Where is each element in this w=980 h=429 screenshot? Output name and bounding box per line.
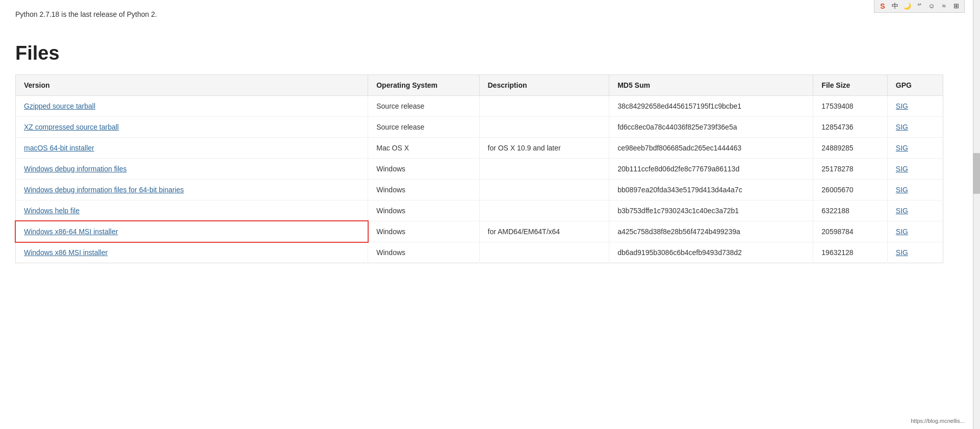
version-link[interactable]: Windows x86 MSI installer: [24, 248, 108, 257]
version-link[interactable]: Windows help file: [24, 207, 80, 215]
sig-link[interactable]: SIG: [896, 248, 908, 257]
scrollbar-thumb[interactable]: [973, 153, 980, 194]
cell-md5: db6ad9195b3086c6b4cefb9493d738d2: [609, 242, 813, 263]
files-heading: Files: [15, 42, 943, 64]
cell-description: [479, 159, 609, 180]
cell-os: Source release: [368, 96, 479, 117]
cell-version: Windows debug information files for 64-b…: [16, 180, 368, 200]
cell-gpg: SIG: [887, 96, 943, 117]
col-header-os: Operating System: [368, 75, 479, 96]
table-row: XZ compressed source tarballSource relea…: [16, 117, 943, 138]
cell-gpg: SIG: [887, 138, 943, 159]
table-row: macOS 64-bit installerMac OS Xfor OS X 1…: [16, 138, 943, 159]
files-table: Version Operating System Description MD5…: [15, 74, 943, 263]
cell-version: Windows debug information files: [16, 159, 368, 180]
cell-os: Windows: [368, 221, 479, 242]
cell-description: [479, 96, 609, 117]
wave-icon[interactable]: ≈: [939, 1, 949, 11]
cell-version: Windows help file: [16, 200, 368, 221]
version-link[interactable]: Windows x86-64 MSI installer: [24, 228, 118, 236]
cell-filesize: 19632128: [813, 242, 888, 263]
cell-os: Windows: [368, 242, 479, 263]
version-link[interactable]: Windows debug information files: [24, 165, 127, 173]
cell-description: for AMD64/EM64T/x64: [479, 221, 609, 242]
cell-md5: fd6cc8ec0a78c44036f825e739f36e5a: [609, 117, 813, 138]
col-header-version: Version: [16, 75, 368, 96]
table-row: Windows x86 MSI installerWindowsdb6ad919…: [16, 242, 943, 263]
cell-version: Windows x86-64 MSI installer: [16, 221, 368, 242]
cell-filesize: 6322188: [813, 200, 888, 221]
moon-icon[interactable]: 🌙: [902, 1, 912, 11]
col-header-filesize: File Size: [813, 75, 888, 96]
cell-filesize: 24889285: [813, 138, 888, 159]
cell-description: [479, 180, 609, 200]
version-link[interactable]: Windows debug information files for 64-b…: [24, 186, 184, 194]
cell-filesize: 12854736: [813, 117, 888, 138]
table-row: Windows help fileWindowsb3b753dffe1c7930…: [16, 200, 943, 221]
subtitle: Python 2.7.18 is the last release of Pyt…: [15, 10, 943, 18]
cell-md5: b3b753dffe1c7930243c1c40ec3a72b1: [609, 200, 813, 221]
cell-gpg: SIG: [887, 221, 943, 242]
table-row: Gzipped source tarballSource release38c8…: [16, 96, 943, 117]
cell-description: [479, 117, 609, 138]
cell-os: Mac OS X: [368, 138, 479, 159]
cell-os: Source release: [368, 117, 479, 138]
sig-link[interactable]: SIG: [896, 123, 908, 131]
cell-os: Windows: [368, 180, 479, 200]
sig-link[interactable]: SIG: [896, 165, 908, 173]
emoji-icon[interactable]: ☺: [926, 1, 937, 11]
table-header-row: Version Operating System Description MD5…: [16, 75, 943, 96]
cell-os: Windows: [368, 159, 479, 180]
version-link[interactable]: macOS 64-bit installer: [24, 144, 94, 152]
col-header-gpg: GPG: [887, 75, 943, 96]
sogou-icon[interactable]: S: [878, 1, 888, 11]
cell-gpg: SIG: [887, 242, 943, 263]
table-row: Windows x86-64 MSI installerWindowsfor A…: [16, 221, 943, 242]
cell-md5: bb0897ea20fda343e5179d413d4a4a7c: [609, 180, 813, 200]
grid-icon[interactable]: ⊞: [951, 1, 961, 11]
sig-link[interactable]: SIG: [896, 228, 908, 236]
cell-gpg: SIG: [887, 159, 943, 180]
cell-description: for OS X 10.9 and later: [479, 138, 609, 159]
col-header-md5: MD5 Sum: [609, 75, 813, 96]
cell-filesize: 25178278: [813, 159, 888, 180]
cell-version: macOS 64-bit installer: [16, 138, 368, 159]
version-link[interactable]: XZ compressed source tarball: [24, 123, 119, 131]
cell-gpg: SIG: [887, 117, 943, 138]
cell-gpg: SIG: [887, 200, 943, 221]
cell-gpg: SIG: [887, 180, 943, 200]
table-row: Windows debug information files for 64-b…: [16, 180, 943, 200]
scrollbar[interactable]: [973, 0, 980, 429]
sig-link[interactable]: SIG: [896, 207, 908, 215]
cell-os: Windows: [368, 200, 479, 221]
cell-version: Gzipped source tarball: [16, 96, 368, 117]
sig-link[interactable]: SIG: [896, 144, 908, 152]
cell-version: XZ compressed source tarball: [16, 117, 368, 138]
punctuation-icon[interactable]: °': [914, 1, 924, 11]
cell-md5: ce98eeb7bdf806685adc265ec1444463: [609, 138, 813, 159]
sig-link[interactable]: SIG: [896, 102, 908, 110]
table-row: Windows debug information filesWindows20…: [16, 159, 943, 180]
chinese-icon[interactable]: 中: [890, 1, 900, 11]
sig-link[interactable]: SIG: [896, 186, 908, 194]
cell-md5: a425c758d38f8e28b56f4724b499239a: [609, 221, 813, 242]
cell-filesize: 26005670: [813, 180, 888, 200]
cell-description: [479, 242, 609, 263]
version-link[interactable]: Gzipped source tarball: [24, 102, 95, 110]
toolbar: S 中 🌙 °' ☺ ≈ ⊞: [874, 0, 965, 13]
cell-version: Windows x86 MSI installer: [16, 242, 368, 263]
col-header-description: Description: [479, 75, 609, 96]
cell-description: [479, 200, 609, 221]
cell-filesize: 20598784: [813, 221, 888, 242]
cell-md5: 38c84292658ed4456157195f1c9bcbe1: [609, 96, 813, 117]
cell-filesize: 17539408: [813, 96, 888, 117]
bottom-link: https://blog.mcnellis...: [911, 418, 965, 424]
cell-md5: 20b111ccfe8d06d2fe8c77679a86113d: [609, 159, 813, 180]
